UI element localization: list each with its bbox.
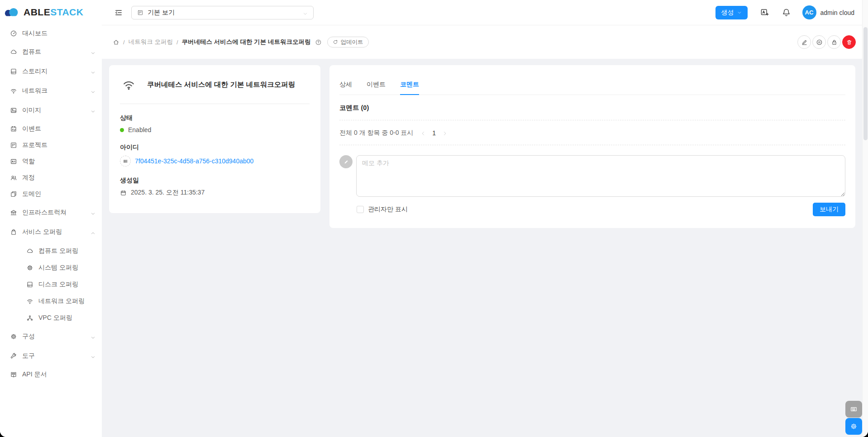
chevron-down-icon	[91, 69, 95, 74]
comment-input[interactable]	[356, 155, 845, 197]
cloud-icon	[26, 247, 33, 255]
translation-icon[interactable]	[760, 8, 769, 17]
menu-fold-icon[interactable]	[114, 8, 123, 17]
sidebar-item-storage[interactable]: 스토리지	[0, 62, 102, 81]
sidebar-item-label: 도구	[22, 352, 35, 360]
sidebar-item-configuration[interactable]: 구성	[0, 328, 102, 346]
chevron-down-icon	[91, 334, 95, 339]
sidebar-item-service-offerings[interactable]: 서비스 오퍼링	[0, 223, 102, 241]
sidebar-item-compute[interactable]: 컴퓨트	[0, 43, 102, 61]
created-field: 생성일 2025. 3. 25. 오전 11:35:37	[120, 176, 310, 197]
hdd-icon	[10, 68, 17, 75]
tab-1[interactable]: 이벤트	[367, 81, 386, 95]
sidebar-item-label: 디스크 오퍼링	[38, 280, 78, 289]
sidebar-item-system-offerings[interactable]: 시스템 오퍼링	[0, 259, 102, 276]
chevron-down-icon	[91, 89, 95, 94]
user-avatar[interactable]: AC	[802, 5, 816, 19]
sidebar-item-images[interactable]: 이미지	[0, 101, 102, 119]
sidebar-item-vpc-offerings[interactable]: VPC 오퍼링	[0, 309, 102, 326]
create-button[interactable]: 생성	[715, 6, 748, 19]
next-page-button[interactable]	[442, 130, 448, 136]
breadcrumb-bar: / 네트워크 오퍼링 / 쿠버네테스 서비스에 대한 기본 네트워크오퍼링 업데…	[102, 25, 868, 59]
chevron-down-icon	[303, 10, 308, 15]
update-button[interactable]: 업데이트	[327, 37, 369, 48]
sidebar-item-disk-offerings[interactable]: 디스크 오퍼링	[0, 276, 102, 293]
sidebar-item-events[interactable]: 이벤트	[0, 121, 102, 137]
notification-bell-icon[interactable]	[782, 8, 791, 17]
app-window: ABLESTACK 대시보드컴퓨트스토리지네트워크이미지이벤트프로젝트역할계정도…	[0, 0, 868, 437]
created-value: 2025. 3. 25. 오전 11:35:37	[131, 189, 205, 197]
create-button-label: 생성	[721, 9, 734, 17]
tab-bar: 상세이벤트코멘트	[339, 81, 845, 95]
sidebar-item-dashboard[interactable]: 대시보드	[0, 25, 102, 42]
chevron-down-icon	[91, 354, 95, 359]
chevron-down-icon	[737, 10, 742, 15]
prev-page-button[interactable]	[420, 130, 426, 136]
settings-fab-button[interactable]	[845, 418, 862, 435]
cluster-icon	[26, 314, 33, 322]
sidebar: ABLESTACK 대시보드컴퓨트스토리지네트워크이미지이벤트프로젝트역할계정도…	[0, 0, 102, 437]
scrollbar-thumb[interactable]	[863, 27, 868, 140]
sidebar-item-label: 네트워크 오퍼링	[38, 297, 85, 305]
setting-icon	[10, 333, 17, 340]
tab-card: 상세이벤트코멘트 코멘트 (0) 전체 0 개 항목 중 0-0 표시 1 관리…	[329, 65, 855, 228]
pagination-summary: 전체 0 개 항목 중 0-0 표시	[339, 129, 413, 137]
status-field: 상태 Enabled	[120, 114, 310, 133]
send-comment-button[interactable]: 보내기	[813, 203, 845, 216]
sidebar-item-network-offerings[interactable]: 네트워크 오퍼링	[0, 293, 102, 309]
lock-button[interactable]	[827, 35, 841, 49]
wifi-icon	[122, 78, 136, 92]
composer-footer: 관리자만 표시 보내기	[339, 203, 845, 216]
sidebar-item-tools[interactable]: 도구	[0, 347, 102, 365]
shortcut-panel-button[interactable]	[845, 401, 862, 418]
idcard-icon	[10, 158, 17, 165]
topbar: 기본 보기 생성 AC admin cloud	[102, 0, 868, 25]
status-label: 상태	[120, 114, 310, 122]
sidebar-menu: 대시보드컴퓨트스토리지네트워크이미지이벤트프로젝트역할계정도메인인프라스트럭쳐서…	[0, 22, 102, 383]
calendar-icon	[120, 190, 127, 196]
user-name: admin cloud	[820, 9, 855, 16]
block-icon	[10, 190, 17, 198]
barcode-icon	[120, 156, 131, 166]
sidebar-item-accounts[interactable]: 계정	[0, 170, 102, 186]
delete-button[interactable]	[842, 35, 856, 49]
home-icon[interactable]	[113, 39, 119, 46]
breadcrumb-separator: /	[123, 39, 125, 46]
dashed-divider	[339, 120, 845, 120]
tab-2[interactable]: 코멘트	[400, 81, 419, 95]
sidebar-item-infrastructure[interactable]: 인프라스트럭쳐	[0, 204, 102, 222]
dashed-divider	[339, 145, 845, 145]
sidebar-item-label: 네트워크	[22, 87, 48, 95]
brand-logo: ABLESTACK	[0, 0, 102, 22]
detail-card: 쿠버네테스 서비스에 대한 기본 네트워크오퍼링 상태 Enabled 아이디 …	[109, 65, 320, 213]
pagination: 전체 0 개 항목 중 0-0 표시 1	[339, 129, 845, 137]
pencil-avatar-icon	[339, 155, 353, 168]
sidebar-item-network[interactable]: 네트워크	[0, 82, 102, 100]
resource-uuid-link[interactable]: 7f04451e-325c-4d58-a756-c310d940ab00	[135, 157, 253, 165]
resource-title: 쿠버네테스 서비스에 대한 기본 네트워크오퍼링	[147, 80, 295, 90]
page-1-button[interactable]: 1	[432, 129, 436, 137]
question-circle-icon[interactable]	[315, 39, 322, 46]
sidebar-item-compute-offerings[interactable]: 컴퓨트 오퍼링	[0, 242, 102, 259]
edit-button[interactable]	[797, 35, 811, 49]
sidebar-item-label: 도메인	[22, 190, 41, 198]
content: 쿠버네테스 서비스에 대한 기본 네트워크오퍼링 상태 Enabled 아이디 …	[102, 59, 868, 228]
created-label: 생성일	[120, 176, 310, 185]
sidebar-item-roles[interactable]: 역할	[0, 153, 102, 170]
sidebar-item-api-docs[interactable]: API 문서	[0, 366, 102, 383]
disable-button[interactable]	[812, 35, 826, 49]
status-value: Enabled	[128, 126, 151, 133]
breadcrumb-link-network-offerings[interactable]: 네트워크 오퍼링	[129, 38, 173, 46]
sidebar-item-projects[interactable]: 프로젝트	[0, 137, 102, 153]
sidebar-item-domains[interactable]: 도메인	[0, 186, 102, 202]
hdd-icon	[26, 281, 33, 288]
tab-0[interactable]: 상세	[339, 81, 352, 95]
wifi-icon	[10, 87, 17, 95]
breadcrumb-separator: /	[176, 39, 178, 46]
divider	[120, 104, 310, 104]
breadcrumb-current: 쿠버네테스 서비스에 대한 기본 네트워크오퍼링	[182, 38, 311, 46]
admin-only-checkbox[interactable]	[357, 206, 364, 213]
page-scrollbar[interactable]	[862, 0, 868, 437]
sidebar-item-label: 프로젝트	[22, 141, 48, 149]
view-select[interactable]: 기본 보기	[131, 6, 314, 19]
